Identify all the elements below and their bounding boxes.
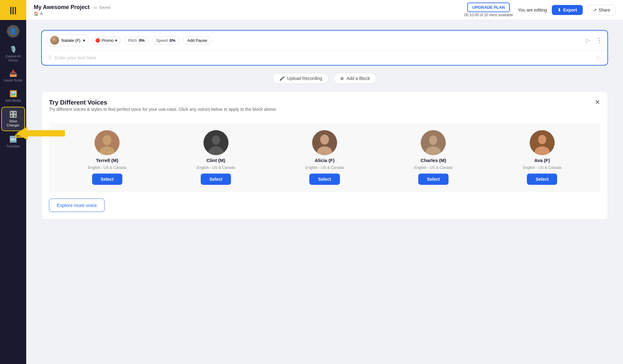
select-ava-button[interactable]: Select	[527, 174, 557, 185]
sidebar-item-label: Voice Changer	[3, 119, 23, 127]
main-content: Natalie (F) ▾ 🔴 Promo ▾ Pitch 0% Speed 0…	[26, 20, 623, 364]
user-avatar[interactable]: 👤	[7, 25, 19, 37]
voice-name-ava: Ava (F)	[534, 158, 550, 163]
drag-handle-icon: ⠿	[48, 55, 52, 61]
text-editor-block: Natalie (F) ▾ 🔴 Promo ▾ Pitch 0% Speed 0…	[41, 30, 608, 66]
sidebar-item-translate[interactable]: 🔤 Translate NEW	[1, 132, 25, 151]
sidebar-item-explore-ai-voices[interactable]: 🎙️ Explore AI Voices	[1, 42, 25, 65]
import-script-icon: 📥	[9, 70, 17, 77]
select-alicia-button[interactable]: Select	[309, 174, 340, 185]
sidebar-item-label: Translate	[6, 144, 20, 148]
play-button[interactable]: ▷	[583, 35, 593, 45]
voice-card-charles: Charles (M) English - US & Canada Select	[383, 130, 484, 185]
sidebar-item-voice-changer[interactable]: 🎛️ Voice Changer	[1, 107, 25, 131]
voice-panel-title: Try Different Voices	[49, 99, 277, 106]
text-input-area[interactable]: ⠿ Enter your text here ▷	[42, 50, 607, 65]
voice-avatar	[50, 36, 59, 45]
voice-name-clint: Clint (M)	[207, 158, 225, 163]
sidebar-nav: 🎙️ Explore AI Voices 📥 Import Script 🖼️ …	[0, 37, 26, 151]
export-button[interactable]: ⬇ Export	[552, 5, 582, 15]
voice-lang-charles: English - US & Canada	[414, 165, 453, 170]
add-media-icon: 🖼️	[9, 90, 17, 97]
voice-photo-clint	[204, 130, 228, 155]
voice-card-ava: Ava (F) English - US & Canada Select	[492, 130, 593, 185]
upgrade-plan-button[interactable]: UPGRADE PLAN	[467, 2, 510, 12]
voice-photo-alicia	[312, 130, 337, 155]
svg-point-4	[212, 135, 220, 145]
voice-changer-icon: 🎛️	[9, 111, 17, 118]
microphone-icon: 🎤	[279, 76, 285, 81]
voice-card-terrell: Terrell (M) English - US & Canada Select	[56, 130, 158, 185]
logo-icon: |||	[10, 5, 17, 15]
sidebar-item-label: Add Media	[5, 99, 21, 103]
voices-grid: Terrell (M) English - US & Canada Select…	[49, 123, 600, 192]
sidebar-item-add-media[interactable]: 🖼️ Add Media	[1, 87, 25, 106]
voice-panel-header: Try Different Voices Try different voice…	[49, 99, 600, 120]
add-pause-button[interactable]: Add Pause	[183, 37, 212, 44]
mini-play-icon: ▷	[597, 55, 601, 61]
select-charles-button[interactable]: Select	[418, 174, 449, 185]
plus-circle-icon: ⊕	[340, 76, 344, 81]
close-voice-panel-button[interactable]: ✕	[595, 99, 600, 105]
voice-photo-ava	[530, 130, 555, 155]
project-title: My Awesome Project	[34, 4, 90, 11]
voice-lang-ava: English - US & Canada	[523, 165, 561, 170]
svg-point-10	[429, 135, 437, 145]
voice-lang-terrell: English - US & Canada	[88, 165, 126, 170]
add-block-button[interactable]: ⊕ Add a Block	[334, 73, 376, 84]
you-editing-label: You are editing	[518, 7, 547, 12]
voice-card-alicia: Alicia (F) English - US & Canada Select	[274, 130, 375, 185]
voice-card-clint: Clint (M) English - US & Canada Select	[165, 130, 266, 185]
upload-recording-button[interactable]: 🎤 Upload Recording	[273, 73, 329, 84]
action-buttons: 🎤 Upload Recording ⊕ Add a Block	[41, 73, 608, 84]
voice-name-terrell: Terrell (M)	[96, 158, 118, 163]
style-chevron-icon: ▾	[115, 38, 117, 43]
svg-point-7	[320, 135, 329, 145]
new-badge: NEW	[15, 134, 23, 138]
voice-lang-clint: English - US & Canada	[197, 165, 235, 170]
voice-lang-alicia: English - US & Canada	[305, 165, 344, 170]
select-terrell-button[interactable]: Select	[92, 174, 122, 185]
download-icon: ⬇	[557, 7, 561, 12]
text-placeholder[interactable]: Enter your text here	[55, 55, 594, 60]
saved-badge: ☁️ Saved	[93, 5, 110, 10]
time-info: 00:10:00 of 10 mins available	[464, 13, 513, 17]
sidebar-item-label: Import Script	[4, 78, 22, 82]
promo-icon: 🔴	[95, 38, 100, 43]
main-area: My Awesome Project ☁️ Saved 🏠 A UPGRADE …	[26, 0, 623, 364]
sidebar-item-import-script[interactable]: 📥 Import Script	[1, 66, 25, 86]
voice-photo-terrell	[95, 130, 120, 155]
home-icon: 🏠	[34, 11, 39, 16]
share-button[interactable]: ↗ Share	[588, 5, 616, 15]
select-clint-button[interactable]: Select	[201, 174, 231, 185]
voice-panel: Try Different Voices Try different voice…	[41, 91, 608, 220]
editor-toolbar: Natalie (F) ▾ 🔴 Promo ▾ Pitch 0% Speed 0…	[42, 31, 607, 50]
style-selector[interactable]: 🔴 Promo ▾	[92, 37, 121, 44]
voice-chevron-icon: ▾	[83, 38, 85, 43]
more-options-button[interactable]: ⋮	[596, 37, 602, 44]
svg-point-1	[103, 135, 111, 145]
voice-photo-charles	[421, 130, 446, 155]
voice-selector[interactable]: Natalie (F) ▾	[47, 34, 89, 46]
app-logo[interactable]: |||	[0, 0, 26, 20]
topbar: My Awesome Project ☁️ Saved 🏠 A UPGRADE …	[26, 0, 623, 20]
share-icon: ↗	[593, 7, 597, 12]
voice-name-alicia: Alicia (F)	[315, 158, 334, 163]
pitch-control[interactable]: Pitch 0%	[124, 37, 149, 44]
sidebar: ||| 👤 🎙️ Explore AI Voices 📥 Import Scri…	[0, 0, 26, 364]
cloud-icon: ☁️	[93, 5, 98, 10]
voice-panel-subtitle: Try different voices & styles to find pe…	[49, 106, 277, 113]
explore-voices-icon: 🎙️	[9, 46, 17, 53]
speed-control[interactable]: Speed 0%	[152, 37, 179, 44]
voice-name-charles: Charles (M)	[421, 158, 446, 163]
explore-more-voices-button[interactable]: Explore more voice	[49, 199, 105, 212]
sidebar-item-label: Explore AI Voices	[2, 54, 24, 62]
svg-point-13	[538, 135, 546, 144]
selected-voice-name: Natalie (F)	[61, 38, 81, 43]
breadcrumb: 🏠 A	[34, 11, 110, 16]
